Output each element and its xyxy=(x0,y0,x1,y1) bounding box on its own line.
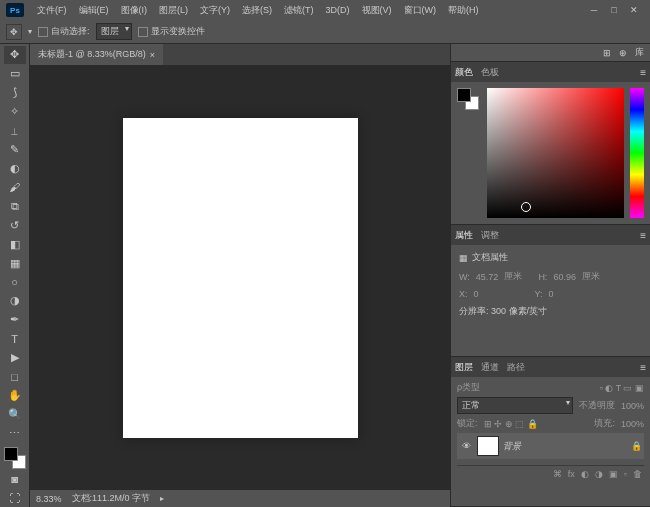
close-icon[interactable]: ✕ xyxy=(628,4,640,16)
quick-mask-tool[interactable]: ◙ xyxy=(4,470,26,488)
foreground-background-swatch[interactable] xyxy=(4,447,26,469)
pen-tool[interactable]: ✒ xyxy=(4,311,26,329)
tab-color[interactable]: 颜色 xyxy=(455,66,473,79)
opacity-value[interactable]: 100% xyxy=(621,401,644,411)
doc-info[interactable]: 文档:111.2M/0 字节 xyxy=(72,492,151,505)
new-layer-icon[interactable]: ▫ xyxy=(624,469,627,479)
menu-filter[interactable]: 滤镜(T) xyxy=(279,2,319,19)
delete-layer-icon[interactable]: 🗑 xyxy=(633,469,642,479)
zoom-tool[interactable]: 🔍 xyxy=(4,406,26,424)
y-value[interactable]: 0 xyxy=(549,289,554,299)
document-tab-title: 未标题-1 @ 8.33%(RGB/8) xyxy=(38,48,146,61)
height-value[interactable]: 60.96 xyxy=(553,272,576,282)
blur-tool[interactable]: ○ xyxy=(4,273,26,291)
lock-label: 锁定: xyxy=(457,417,478,430)
auto-select-checkbox[interactable]: 自动选择: xyxy=(38,25,90,38)
width-unit: 厘米 xyxy=(504,270,522,283)
gradient-tool[interactable]: ▦ xyxy=(4,254,26,272)
document-tab[interactable]: 未标题-1 @ 8.33%(RGB/8) × xyxy=(30,44,163,65)
magic-wand-tool[interactable]: ✧ xyxy=(4,103,26,121)
workspace-switcher-icon[interactable]: ⊞ xyxy=(603,48,611,58)
zoom-level[interactable]: 8.33% xyxy=(36,494,62,504)
show-transform-label: 显示变换控件 xyxy=(151,25,205,38)
brush-tool[interactable]: 🖌 xyxy=(4,178,26,196)
fill-value[interactable]: 100% xyxy=(621,419,644,429)
layer-visibility-icon[interactable]: 👁 xyxy=(459,441,473,451)
panel-dock: ⊞ ⊕ 库 颜色 色板 ≡ xyxy=(450,44,650,507)
healing-brush-tool[interactable]: ◐ xyxy=(4,160,26,178)
menu-type[interactable]: 文字(Y) xyxy=(195,2,235,19)
app-logo: Ps xyxy=(6,3,24,17)
tab-properties[interactable]: 属性 xyxy=(455,229,473,242)
history-brush-tool[interactable]: ↺ xyxy=(4,216,26,234)
show-transform-checkbox[interactable]: 显示变换控件 xyxy=(138,25,205,38)
tool-preset-picker[interactable]: ✥ xyxy=(6,24,22,40)
properties-title: 文档属性 xyxy=(472,251,508,264)
eyedropper-tool[interactable]: ✎ xyxy=(4,141,26,159)
menu-help[interactable]: 帮助(H) xyxy=(443,2,484,19)
menu-view[interactable]: 视图(V) xyxy=(357,2,397,19)
color-cursor-icon[interactable] xyxy=(521,202,531,212)
menu-layer[interactable]: 图层(L) xyxy=(154,2,193,19)
menu-edit[interactable]: 编辑(E) xyxy=(74,2,114,19)
minimize-icon[interactable]: ─ xyxy=(588,4,600,16)
color-panel-fgbg[interactable] xyxy=(457,88,479,110)
auto-select-label: 自动选择: xyxy=(51,25,90,38)
tab-adjustments[interactable]: 调整 xyxy=(481,229,499,242)
tab-paths[interactable]: 路径 xyxy=(507,361,525,374)
blend-mode-dropdown[interactable]: 正常 xyxy=(457,397,573,414)
edit-toolbar[interactable]: ⋯ xyxy=(4,424,26,442)
lock-icon[interactable]: 🔒 xyxy=(631,441,642,451)
layers-panel: 图层 通道 路径 ≡ ρ类型 ▫ ◐ T ▭ ▣ 正常 不透明度 100% 锁定… xyxy=(451,357,650,507)
group-icon[interactable]: ▣ xyxy=(609,469,618,479)
tab-channels[interactable]: 通道 xyxy=(481,361,499,374)
width-value[interactable]: 45.72 xyxy=(476,272,499,282)
document-icon: ▦ xyxy=(459,253,468,263)
layer-row-background[interactable]: 👁 背景 🔒 xyxy=(457,433,644,459)
canvas-viewport[interactable] xyxy=(30,66,450,489)
layer-filter-label[interactable]: ρ类型 xyxy=(457,381,480,394)
color-panel-menu-icon[interactable]: ≡ xyxy=(640,67,646,78)
height-label: H: xyxy=(538,272,547,282)
menu-select[interactable]: 选择(S) xyxy=(237,2,277,19)
layer-mask-icon[interactable]: ◐ xyxy=(581,469,589,479)
screen-mode-tool[interactable]: ⛶ xyxy=(4,489,26,507)
hand-tool[interactable]: ✋ xyxy=(4,387,26,405)
tab-swatches[interactable]: 色板 xyxy=(481,66,499,79)
tab-layers[interactable]: 图层 xyxy=(455,361,473,374)
adjustment-layer-icon[interactable]: ◑ xyxy=(595,469,603,479)
crop-tool[interactable]: ⟂ xyxy=(4,122,26,140)
x-value[interactable]: 0 xyxy=(474,289,479,299)
maximize-icon[interactable]: □ xyxy=(608,4,620,16)
layers-panel-menu-icon[interactable]: ≡ xyxy=(640,362,646,373)
move-tool[interactable]: ✥ xyxy=(4,46,26,64)
window-controls: ─ □ ✕ xyxy=(588,4,644,16)
eraser-tool[interactable]: ◧ xyxy=(4,235,26,253)
color-field[interactable] xyxy=(487,88,624,218)
document-canvas[interactable] xyxy=(123,118,358,438)
marquee-tool[interactable]: ▭ xyxy=(4,65,26,83)
auto-select-mode-dropdown[interactable]: 图层 xyxy=(96,23,132,40)
close-tab-icon[interactable]: × xyxy=(150,50,155,60)
link-layers-icon[interactable]: ⌘ xyxy=(553,469,562,479)
hue-slider[interactable] xyxy=(630,88,644,218)
layer-thumbnail[interactable] xyxy=(477,436,499,456)
dodge-tool[interactable]: ◑ xyxy=(4,292,26,310)
layer-name[interactable]: 背景 xyxy=(503,440,627,453)
menu-3d[interactable]: 3D(D) xyxy=(321,3,355,17)
properties-panel-menu-icon[interactable]: ≡ xyxy=(640,230,646,241)
y-label: Y: xyxy=(535,289,543,299)
libraries-button[interactable]: 库 xyxy=(635,46,644,59)
foreground-color-swatch[interactable] xyxy=(4,447,18,461)
fill-label: 填充: xyxy=(594,417,615,430)
path-selection-tool[interactable]: ▶ xyxy=(4,349,26,367)
type-tool[interactable]: T xyxy=(4,330,26,348)
menu-image[interactable]: 图像(I) xyxy=(116,2,153,19)
menu-file[interactable]: 文件(F) xyxy=(32,2,72,19)
rectangle-tool[interactable]: □ xyxy=(4,368,26,386)
lasso-tool[interactable]: ⟆ xyxy=(4,84,26,102)
menu-window[interactable]: 窗口(W) xyxy=(399,2,442,19)
width-label: W: xyxy=(459,272,470,282)
layer-style-icon[interactable]: fx xyxy=(568,469,575,479)
clone-stamp-tool[interactable]: ⧉ xyxy=(4,197,26,215)
